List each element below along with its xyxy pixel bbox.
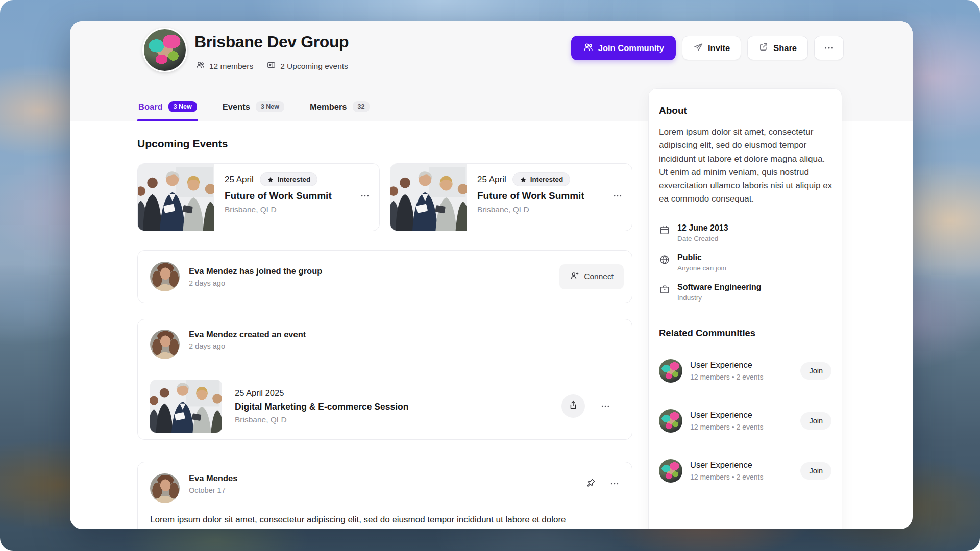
event-location: Brisbane, QLD	[225, 205, 370, 214]
star-icon	[267, 176, 274, 183]
tab-events-label: Events	[223, 102, 250, 112]
users-icon	[195, 60, 205, 72]
invite-label: Invite	[708, 43, 730, 53]
feed-item-time: 2 days ago	[189, 279, 322, 287]
ellipsis-icon[interactable]	[360, 191, 370, 201]
event-date: 25 April	[225, 174, 254, 185]
embedded-event[interactable]: 25 April 2025 Digital Marketing & E-comm…	[138, 371, 632, 433]
detail-label: Anyone can join	[677, 264, 726, 272]
detail-privacy: Public Anyone can join	[659, 253, 831, 272]
avatar	[150, 330, 180, 359]
interested-badge-label: Interested	[278, 176, 311, 183]
globe-icon	[659, 253, 670, 272]
community-meta: 12 members • 2 events	[690, 423, 763, 431]
briefcase-icon	[659, 283, 670, 302]
star-icon	[520, 176, 527, 183]
community-meta: 12 members • 2 events	[690, 473, 763, 481]
about-sidebar: About Lorem ipsum dolor sit amet, consec…	[648, 88, 842, 529]
tab-board[interactable]: Board 3 New	[137, 94, 198, 121]
share-upload-icon	[568, 400, 578, 412]
related-communities-title: Related Communities	[659, 328, 831, 339]
event-title: Digital Marketing & E-commerce Session	[235, 402, 408, 412]
event-photo	[390, 164, 467, 231]
event-card[interactable]: 25 April Interested Future of Work Summi…	[390, 163, 632, 231]
ellipsis-icon[interactable]	[609, 479, 620, 489]
upcoming-events-row: 25 April Interested Future of Work Summi…	[137, 163, 632, 231]
header-actions: Join Community Invite Share	[571, 36, 844, 60]
feed-item-post: Eva Mendes October 17 Lorem ipsum dolor …	[137, 462, 632, 529]
about-text: Lorem ipsum dolor sit amet, consectetur …	[659, 126, 832, 206]
tab-events-badge: 3 New	[256, 101, 284, 112]
community-avatar	[659, 459, 682, 483]
page-title: Brisbane Dev Group	[194, 33, 349, 52]
related-community-item: User Experience 12 members • 2 events Jo…	[659, 359, 831, 383]
share-label: Share	[773, 43, 797, 53]
about-details: 12 June 2013 Date Created Public Anyone …	[659, 223, 831, 302]
group-avatar	[142, 28, 187, 72]
detail-value: 12 June 2013	[677, 223, 728, 233]
tab-bar: Board 3 New Events 3 New Members 32	[137, 94, 371, 121]
event-date: 25 April 2025	[235, 388, 408, 398]
post-body: Lorem ipsum dolor sit amet, consectetur …	[150, 513, 574, 529]
calendar-icon	[659, 223, 670, 242]
board-feed: Upcoming Events 25 April Interested	[137, 121, 632, 529]
join-community-button[interactable]: Join Community	[571, 36, 676, 60]
ellipsis-icon[interactable]	[600, 401, 610, 411]
event-date: 25 April	[477, 174, 506, 185]
tab-members-badge: 32	[353, 101, 370, 112]
related-community-item: User Experience 12 members • 2 events Jo…	[659, 459, 831, 483]
join-community-label: Join Community	[598, 43, 664, 53]
event-title: Future of Work Summit	[477, 190, 584, 202]
interested-badge[interactable]: Interested	[260, 172, 318, 186]
interested-badge-label: Interested	[530, 176, 564, 183]
community-name: User Experience	[690, 410, 763, 420]
tab-members-label: Members	[310, 102, 347, 112]
community-avatar	[659, 359, 682, 383]
feed-item-time: 2 days ago	[189, 342, 306, 350]
external-link-icon	[758, 42, 769, 54]
community-name: User Experience	[690, 460, 763, 470]
detail-label: Date Created	[677, 235, 728, 242]
connect-button[interactable]: Connect	[559, 264, 624, 289]
detail-industry: Software Engineering Industry	[659, 283, 831, 302]
join-button[interactable]: Join	[800, 362, 831, 380]
upcoming-events-stat-label: 2 Upcoming events	[280, 62, 348, 71]
event-photo	[150, 380, 222, 433]
event-card[interactable]: 25 April Interested Future of Work Summi…	[137, 163, 380, 231]
detail-date-created: 12 June 2013 Date Created	[659, 223, 831, 242]
users-icon	[583, 42, 594, 55]
about-title: About	[659, 105, 831, 116]
related-community-item: User Experience 12 members • 2 events Jo…	[659, 409, 831, 433]
pin-icon[interactable]	[586, 478, 596, 490]
detail-value: Public	[677, 253, 726, 262]
event-title: Future of Work Summit	[225, 190, 332, 202]
detail-label: Industry	[677, 294, 761, 302]
share-button[interactable]: Share	[747, 36, 808, 60]
detail-value: Software Engineering	[677, 283, 761, 292]
feed-item-joined: Eva Mendez has joined the group 2 days a…	[137, 250, 632, 303]
tab-members[interactable]: Members 32	[309, 94, 371, 121]
event-photo	[138, 164, 214, 231]
post-author: Eva Mendes	[189, 473, 237, 483]
divider	[649, 314, 842, 314]
join-button[interactable]: Join	[800, 412, 831, 430]
ellipsis-icon[interactable]	[612, 191, 623, 201]
tab-board-badge: 3 New	[168, 101, 197, 112]
interested-badge[interactable]: Interested	[512, 172, 571, 186]
avatar	[150, 473, 180, 503]
post-time: October 17	[189, 486, 237, 494]
events-icon	[266, 60, 276, 72]
invite-button[interactable]: Invite	[682, 36, 741, 60]
event-location: Brisbane, QLD	[235, 415, 408, 424]
share-event-button[interactable]	[561, 394, 585, 418]
upcoming-events-title: Upcoming Events	[137, 138, 632, 150]
feed-item-title: Eva Mendez has joined the group	[189, 266, 322, 276]
feed-item-created-event: Eva Mendez created an event 2 days ago 2…	[137, 319, 632, 440]
send-icon	[693, 42, 703, 54]
tab-events[interactable]: Events 3 New	[222, 94, 285, 121]
join-button[interactable]: Join	[800, 462, 831, 480]
community-avatar	[659, 409, 682, 433]
more-options-button[interactable]	[814, 36, 844, 60]
tab-board-label: Board	[138, 102, 163, 112]
community-name: User Experience	[690, 360, 763, 370]
